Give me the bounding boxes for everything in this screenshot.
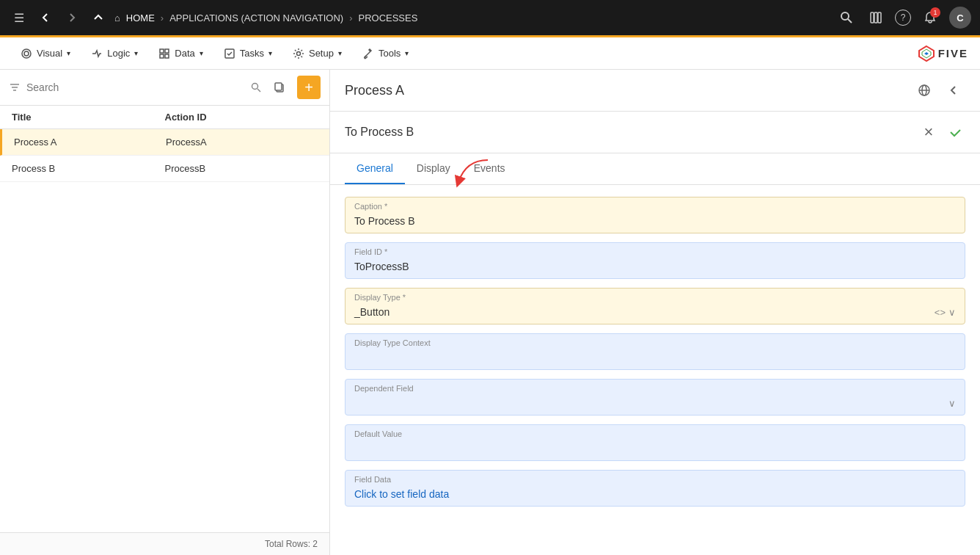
nav-visual[interactable]: Visual ▾	[12, 43, 79, 64]
field-default-value-value: _	[345, 440, 965, 460]
code-icon[interactable]: <>	[935, 307, 946, 318]
svg-rect-22	[275, 83, 282, 90]
field-id: Field ID * ToProcessB	[345, 242, 965, 279]
home-icon: ⌂	[114, 12, 120, 23]
nav-setup[interactable]: Setup ▾	[284, 43, 351, 64]
field-data-label: Field Data	[345, 471, 965, 485]
field-caption: Caption * To Process B	[345, 197, 965, 233]
globe-button[interactable]	[913, 79, 936, 102]
svg-rect-3	[874, 12, 877, 23]
notification-count: 1	[930, 7, 940, 18]
svg-line-1	[848, 19, 852, 23]
back-button[interactable]	[35, 7, 56, 28]
sidebar: + Title Action ID Process A ProcessA Pro…	[0, 70, 330, 555]
tab-events[interactable]: Events	[462, 153, 517, 184]
nav-data[interactable]: Data ▾	[150, 43, 211, 64]
form-panel-title: To Process B	[345, 126, 414, 139]
search-icon[interactable]	[836, 7, 857, 28]
sidebar-rows: Process A ProcessA Process B ProcessB	[0, 129, 329, 532]
dependent-icons: ∨	[948, 398, 956, 409]
form-panel: To Process B × General Display Events	[330, 112, 980, 555]
books-icon[interactable]	[866, 7, 886, 28]
form-panel-actions: ×	[918, 122, 965, 142]
field-id-value: ToProcessB	[345, 258, 965, 278]
sidebar-row-process-a[interactable]: Process A ProcessA	[0, 129, 329, 156]
search-icon[interactable]	[250, 81, 262, 93]
home-label[interactable]: HOME	[126, 12, 155, 23]
nav-tools[interactable]: Tools ▾	[354, 43, 417, 64]
top-nav-right: ? 1 C	[836, 7, 971, 29]
dropdown-icon[interactable]: ∨	[948, 398, 956, 409]
field-dependent-label: Dependent Field	[345, 380, 965, 394]
row-action-id: ProcessA	[166, 137, 318, 148]
row-title: Process B	[12, 163, 165, 174]
field-data[interactable]: Field Data Click to set field data	[345, 470, 965, 507]
copy-button[interactable]	[268, 76, 291, 99]
tabs: General Display Events	[330, 153, 980, 185]
col-title: Title	[12, 112, 165, 123]
field-id-label: Field ID *	[345, 243, 965, 258]
forward-button[interactable]	[62, 7, 82, 28]
filter-icon	[9, 81, 21, 93]
field-dependent[interactable]: Dependent Field _ ∨	[345, 379, 965, 416]
avatar[interactable]: C	[949, 7, 971, 29]
sidebar-search-bar: +	[0, 70, 329, 106]
secondary-nav: Visual ▾ Logic ▾ Data ▾ Tasks ▾ Setup ▾ …	[0, 37, 980, 70]
menu-icon[interactable]: ☰	[9, 7, 29, 28]
main-layout: + Title Action ID Process A ProcessA Pro…	[0, 70, 980, 555]
confirm-button[interactable]	[945, 122, 965, 142]
back-arrow-button[interactable]	[942, 79, 965, 102]
field-display-type-context-label: Display Type Context	[345, 334, 965, 349]
total-rows-label: Total Rows: 2	[265, 539, 318, 549]
row-action-id: ProcessB	[165, 163, 318, 174]
content-header: Process A	[330, 70, 980, 112]
svg-point-6	[22, 49, 31, 58]
form-fields: Caption * To Process B Field ID * ToProc…	[330, 185, 980, 518]
add-button[interactable]: +	[297, 76, 321, 99]
svg-point-12	[296, 51, 300, 55]
field-display-type[interactable]: Display Type * _Button <> ∨	[345, 288, 965, 324]
field-caption-value: To Process B	[345, 212, 965, 233]
field-dependent-value: _ ∨	[345, 394, 965, 415]
field-default-value[interactable]: Default Value _	[345, 424, 965, 461]
content-header-actions	[913, 79, 965, 102]
sidebar-row-process-b[interactable]: Process B ProcessB	[0, 156, 329, 182]
svg-rect-4	[878, 12, 881, 23]
top-nav: ☰ ⌂ HOME › APPLICATIONS (ACTION NAVIGATI…	[0, 0, 980, 35]
app-label[interactable]: APPLICATIONS (ACTION NAVIGATION)	[169, 12, 343, 23]
field-caption-label: Caption *	[345, 197, 965, 212]
tab-display[interactable]: Display	[405, 153, 462, 184]
help-icon[interactable]: ?	[895, 10, 911, 26]
col-action-id: Action ID	[165, 112, 318, 123]
close-button[interactable]: ×	[918, 122, 939, 142]
svg-point-0	[841, 12, 849, 20]
processes-label[interactable]: PROCESSES	[358, 12, 417, 23]
breadcrumb: ⌂ HOME › APPLICATIONS (ACTION NAVIGATION…	[114, 12, 830, 23]
breadcrumb-sep1: ›	[161, 12, 164, 23]
field-display-type-value: _Button <> ∨	[345, 303, 965, 324]
notification-icon[interactable]: 1	[920, 7, 940, 28]
search-input[interactable]	[26, 81, 244, 93]
chevron-down-icon[interactable]: ∨	[948, 307, 956, 318]
field-display-type-label: Display Type *	[345, 289, 965, 303]
content-area: Process A To Process B ×	[330, 70, 980, 555]
svg-rect-2	[871, 12, 874, 23]
nav-logic[interactable]: Logic ▾	[82, 43, 147, 64]
field-display-type-context[interactable]: Display Type Context _	[345, 333, 965, 370]
up-button[interactable]	[88, 7, 109, 28]
sidebar-table-header: Title Action ID	[0, 106, 329, 129]
five-logo: FIVE	[918, 45, 968, 62]
field-default-value-label: Default Value	[345, 425, 965, 440]
svg-line-20	[257, 89, 260, 92]
svg-point-5	[24, 51, 29, 56]
nav-tasks[interactable]: Tasks ▾	[215, 43, 281, 64]
svg-rect-10	[165, 54, 169, 58]
form-panel-header: To Process B ×	[330, 112, 980, 153]
svg-rect-9	[160, 54, 164, 58]
tab-general[interactable]: General	[345, 153, 405, 184]
svg-marker-15	[924, 52, 929, 55]
svg-rect-8	[165, 49, 169, 53]
sidebar-footer: Total Rows: 2	[0, 532, 329, 555]
field-data-value: Click to set field data	[345, 485, 965, 506]
display-type-icons: <> ∨	[935, 307, 956, 318]
